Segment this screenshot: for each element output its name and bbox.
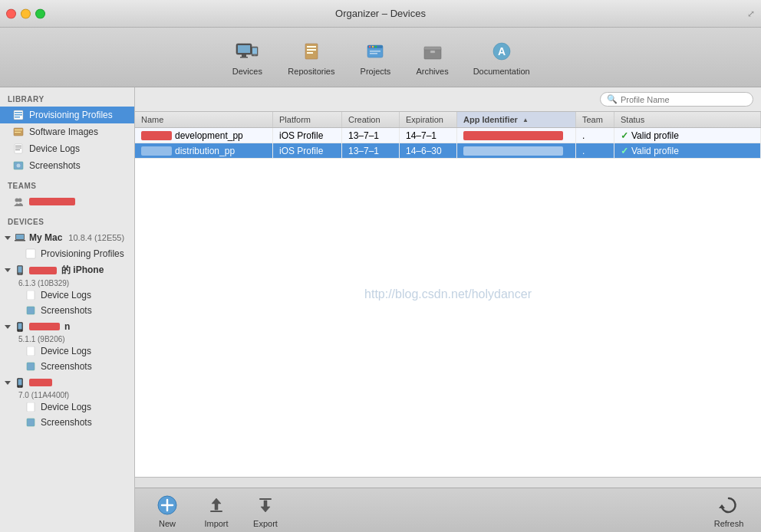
prov-icon-mac — [25, 248, 37, 260]
minimize-button[interactable] — [21, 8, 31, 18]
toolbar-item-devices[interactable]: Devices — [220, 34, 274, 80]
svg-rect-24 — [15, 112, 22, 113]
refresh-button[interactable]: Refresh — [709, 493, 749, 528]
teams-header: Teams — [0, 174, 134, 193]
th-appid[interactable]: App Identifier — [457, 112, 576, 127]
status-label-1: Valid profile — [631, 130, 679, 141]
device3-version: 7.0 (11A4400f) — [0, 391, 134, 399]
svg-point-49 — [19, 330, 21, 331]
sidebar-sub-device-logs-3[interactable]: Device Logs — [0, 399, 134, 415]
th-platform[interactable]: Platform — [273, 112, 342, 127]
sidebar-device3[interactable] — [0, 374, 134, 391]
toolbar-item-documentation[interactable]: A Documentation — [463, 34, 541, 80]
search-icon: 🔍 — [607, 94, 618, 104]
svg-rect-10 — [307, 52, 313, 54]
svg-point-35 — [17, 164, 21, 168]
status-check-2: ✓ — [621, 146, 628, 156]
svg-rect-2 — [242, 54, 246, 57]
sidebar-sub-device-logs-1[interactable]: Device Logs — [0, 287, 134, 303]
sidebar-device2[interactable]: n — [0, 318, 134, 335]
horizontal-scrollbar[interactable] — [135, 477, 761, 488]
th-team[interactable]: Team — [576, 112, 614, 127]
table-row[interactable]: development_pp iOS Profile 13–7–1 14–7–1… — [135, 128, 761, 143]
td-name-1: development_pp — [135, 128, 273, 143]
th-status[interactable]: Status — [614, 112, 761, 127]
search-input[interactable] — [621, 95, 746, 104]
svg-rect-8 — [307, 46, 316, 48]
th-expiration[interactable]: Expiration — [400, 112, 457, 127]
resize-icon[interactable]: ⤢ — [747, 8, 755, 19]
search-box[interactable]: 🔍 — [600, 92, 753, 107]
svg-point-13 — [369, 45, 371, 47]
bottom-btns-left: New Import — [147, 493, 285, 528]
projects-label: Projects — [361, 67, 391, 76]
maximize-button[interactable] — [35, 8, 45, 18]
sidebar-sub-screenshots-2[interactable]: Screenshots — [0, 359, 134, 374]
bottom-btns-right: Refresh — [709, 493, 749, 528]
export-label: Export — [253, 519, 278, 528]
import-icon — [204, 493, 229, 517]
export-button[interactable]: Export — [245, 493, 285, 528]
import-button[interactable]: Import — [196, 493, 236, 528]
sidebar-item-screenshots[interactable]: Screenshots — [0, 157, 134, 174]
toolbar: Devices Repositories Projec — [0, 28, 761, 87]
toolbar-item-repositories[interactable]: Repositories — [277, 34, 345, 80]
window-title: Organizer – Devices — [335, 8, 426, 19]
svg-rect-19 — [424, 47, 441, 50]
new-button[interactable]: New — [147, 493, 187, 528]
svg-rect-39 — [16, 235, 24, 239]
status-label-2: Valid profile — [631, 146, 679, 156]
toolbar-item-projects[interactable]: Projects — [348, 34, 402, 80]
svg-point-6 — [255, 54, 256, 56]
sidebar-device-my-mac[interactable]: My Mac 10.8.4 (12E55) — [0, 229, 134, 246]
close-button[interactable] — [6, 8, 16, 18]
new-icon — [155, 493, 180, 517]
svg-rect-26 — [15, 117, 20, 118]
svg-rect-17 — [370, 53, 377, 54]
toolbar-item-archives[interactable]: Archives — [405, 34, 459, 80]
svg-rect-29 — [15, 132, 21, 133]
td-appid-1 — [457, 128, 576, 143]
sidebar-sub-screenshots-3[interactable]: Screenshots — [0, 415, 134, 430]
titlebar: Organizer – Devices ⤢ — [0, 0, 761, 28]
disclosure-arrow-d3 — [5, 381, 11, 385]
th-creation[interactable]: Creation — [342, 112, 400, 127]
sidebar-sub-prov-mac[interactable]: Provisioning Profiles — [0, 246, 134, 261]
software-images-icon — [12, 126, 25, 138]
screenshots-icon-3 — [25, 416, 37, 429]
status-check-1: ✓ — [621, 130, 628, 141]
sidebar-device-iphone1[interactable]: 的 iPhone — [0, 261, 134, 279]
td-platform-1: iOS Profile — [273, 128, 342, 143]
appid-redacted-2 — [463, 146, 563, 156]
svg-rect-40 — [15, 240, 25, 241]
documentation-label: Documentation — [473, 67, 530, 76]
window-controls — [6, 8, 45, 18]
th-name[interactable]: Name — [135, 112, 273, 127]
svg-rect-55 — [27, 402, 35, 412]
screenshots-icon-1 — [25, 304, 37, 317]
svg-point-44 — [19, 273, 21, 274]
prov-mac-label: Provisioning Profiles — [41, 248, 124, 259]
sidebar-item-software-images[interactable]: Software Images — [0, 123, 134, 140]
table-row-selected[interactable]: distribution_pp iOS Profile 13–7–1 14–6–… — [135, 143, 761, 159]
disclosure-arrow-mac — [5, 236, 11, 240]
refresh-icon — [717, 493, 741, 517]
sidebar-item-device-logs[interactable]: Device Logs — [0, 140, 134, 157]
sidebar-sub-screenshots-1[interactable]: Screenshots — [0, 303, 134, 318]
svg-rect-51 — [27, 363, 35, 370]
svg-rect-28 — [15, 130, 22, 130]
device-logs-icon-1 — [25, 289, 37, 301]
archives-label: Archives — [416, 67, 448, 76]
td-name-2: distribution_pp — [135, 143, 273, 158]
sidebar-item-team[interactable] — [0, 193, 134, 210]
repositories-label: Repositories — [288, 67, 334, 76]
devices-icon — [235, 39, 259, 64]
sidebar-sub-device-logs-2[interactable]: Device Logs — [0, 343, 134, 359]
td-creation-1: 13–7–1 — [342, 128, 400, 143]
sidebar: Library Provisioning Profiles — [0, 87, 135, 532]
name-prefix-redacted-2 — [141, 146, 172, 156]
mac-name: My Mac — [29, 232, 62, 243]
sidebar-item-provisioning-profiles[interactable]: Provisioning Profiles — [0, 107, 134, 123]
import-label: Import — [204, 519, 228, 528]
device3-name-redacted — [29, 379, 52, 386]
